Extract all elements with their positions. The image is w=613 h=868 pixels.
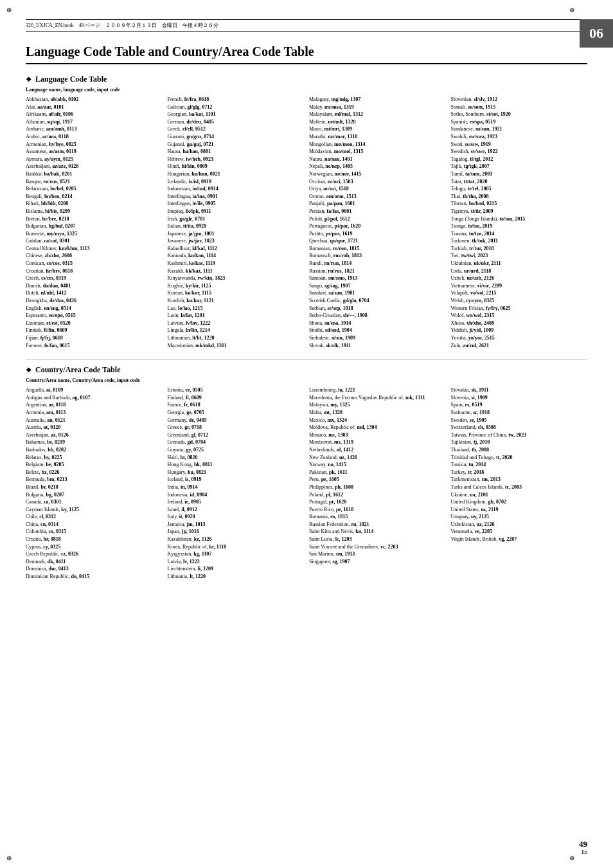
chapter-number: 06 (589, 25, 603, 42)
language-section-heading: Language Code Table (26, 75, 587, 84)
page-number: 49 (579, 839, 587, 849)
country-col-2: Luxembourg, lu, 1221Macedonia, the Forme… (309, 386, 446, 580)
country-columns: Anguilla, ai, 0109Antigua and Barbuda, a… (26, 386, 587, 580)
language-section: Language Code Table Language name, langu… (26, 75, 587, 349)
section-divider (26, 359, 587, 360)
language-section-desc: Language name, language code, input code (26, 87, 587, 93)
corner-mark-tr: ⊕ (569, 6, 574, 14)
chapter-badge: 06 (580, 19, 613, 48)
country-desc-normal: Country/Area name, (26, 377, 73, 383)
language-heading-text: Language Code Table (35, 75, 107, 84)
language-col-3: Slovenian, sl/slv, 1912Somali, so/som, 1… (451, 96, 588, 349)
main-title: Language Code Table and Country/Area Cod… (26, 44, 587, 64)
country-desc-bold: Country/Area code, input code (73, 377, 140, 383)
lang-desc-normal: Language name, (26, 87, 63, 93)
country-section-heading: Country/Area Code Table (26, 365, 587, 375)
header-bar: 320_UXJCA_EN.book 49 ページ ２００９年２月１３日 金曜日 … (26, 19, 587, 32)
language-columns: Abkhazian, ab/abk, 0102Afar, aa/aar, 010… (26, 96, 587, 349)
language-col-1: French, fr/fra, 0618Galician, gl/glg, 07… (168, 96, 305, 349)
country-heading-text: Country/Area Code Table (35, 365, 120, 375)
page-container: ⊕ ⊕ ⊕ ⊕ 06 320_UXJCA_EN.book 49 ページ ２００９… (0, 0, 613, 868)
corner-mark-tl: ⊕ (6, 6, 12, 14)
country-section-desc: Country/Area name, Country/Area code, in… (26, 377, 587, 383)
corner-mark-bl: ⊕ (6, 854, 12, 862)
language-col-2: Malagasy, mg/mlg, 1307Malay, ms/msa, 131… (309, 96, 446, 349)
country-col-3: Slovakia, sk, 1911Slovenia, si, 1909Spai… (451, 386, 588, 580)
lang-desc-bold: language code, input code (63, 87, 120, 93)
country-col-1: Estonia, ee, 0505Finland, fi, 0609France… (168, 386, 305, 580)
country-col-0: Anguilla, ai, 0109Antigua and Barbuda, a… (26, 386, 163, 580)
language-col-0: Abkhazian, ab/abk, 0102Afar, aa/aar, 010… (26, 96, 163, 349)
page-lang: En (579, 849, 587, 855)
corner-mark-br: ⊕ (569, 854, 574, 862)
header-text: 320_UXJCA_EN.book 49 ページ ２００９年２月１３日 金曜日 … (26, 22, 218, 29)
country-section: Country/Area Code Table Country/Area nam… (26, 365, 587, 580)
page-number-container: 49 En (579, 839, 587, 855)
